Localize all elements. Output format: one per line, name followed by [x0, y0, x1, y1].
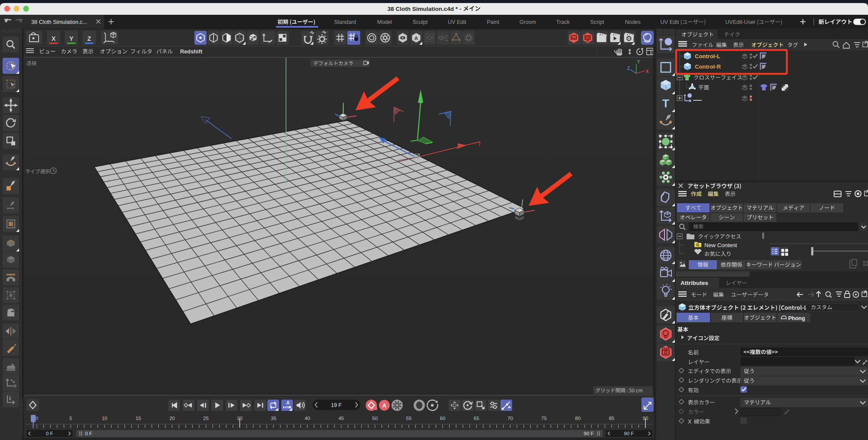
svg-text:Groom: Groom: [519, 19, 536, 25]
svg-text:10: 10: [102, 416, 107, 421]
svg-text:Z: Z: [87, 35, 91, 42]
svg-text:5: 5: [69, 416, 72, 421]
svg-text:Nodes: Nodes: [625, 19, 641, 25]
svg-text:Standard: Standard: [334, 19, 356, 25]
svg-text:UVEdit-User: UVEdit-User: [725, 19, 755, 25]
svg-text:Y: Y: [637, 60, 640, 64]
svg-text:Paint: Paint: [487, 19, 500, 25]
svg-text:90 F: 90 F: [584, 431, 594, 436]
svg-text:75: 75: [541, 416, 547, 421]
svg-text:A: A: [414, 36, 418, 41]
svg-text:90 F: 90 F: [624, 431, 634, 436]
svg-text:Attributes: Attributes: [681, 280, 708, 286]
svg-text:50: 50: [372, 416, 378, 421]
svg-text:Script: Script: [590, 19, 604, 25]
svg-text:70: 70: [507, 416, 513, 421]
svg-text:X: X: [688, 419, 692, 425]
svg-text:85: 85: [609, 416, 615, 421]
svg-text:38 Cloth Simulation.c4d * -: 38 Cloth Simulation.c4d * -: [388, 6, 461, 12]
svg-text:15: 15: [135, 416, 141, 421]
svg-text:20: 20: [169, 416, 175, 421]
svg-text:Z: Z: [627, 66, 630, 71]
svg-text:X: X: [52, 35, 56, 42]
svg-text:65: 65: [473, 416, 479, 421]
svg-text:0 F: 0 F: [46, 431, 53, 436]
svg-text:X: X: [646, 69, 649, 74]
svg-text:RV: RV: [572, 36, 576, 40]
svg-text:0 F: 0 F: [85, 431, 92, 436]
svg-text:0: 0: [36, 416, 38, 421]
svg-text:19 F: 19 F: [331, 402, 342, 408]
svg-text:45: 45: [339, 416, 344, 421]
svg-text:Sculpt: Sculpt: [413, 19, 428, 25]
svg-text:Model: Model: [377, 19, 392, 25]
svg-text:Phong: Phong: [788, 315, 805, 321]
svg-text:A: A: [382, 402, 387, 409]
svg-text:Track: Track: [556, 19, 570, 25]
svg-text:T: T: [662, 97, 669, 110]
svg-text:Redshift: Redshift: [180, 48, 203, 55]
svg-text:Y: Y: [69, 35, 74, 42]
svg-text:A: A: [286, 400, 290, 405]
svg-text:40: 40: [305, 416, 310, 421]
svg-text:55: 55: [406, 416, 412, 421]
svg-text:Control-R: Control-R: [695, 63, 721, 70]
svg-text:Control-L: Control-L: [695, 53, 720, 60]
svg-text:35: 35: [271, 416, 276, 421]
svg-text:38 Cloth Simulation.c...: 38 Cloth Simulation.c...: [31, 19, 87, 25]
svg-text:60: 60: [440, 416, 445, 421]
svg-text:New Content: New Content: [704, 242, 737, 248]
svg-text:25: 25: [203, 416, 209, 421]
svg-text:80: 80: [575, 416, 581, 421]
svg-text:UV Edit: UV Edit: [661, 19, 679, 25]
svg-text:UV Edit: UV Edit: [448, 19, 467, 25]
